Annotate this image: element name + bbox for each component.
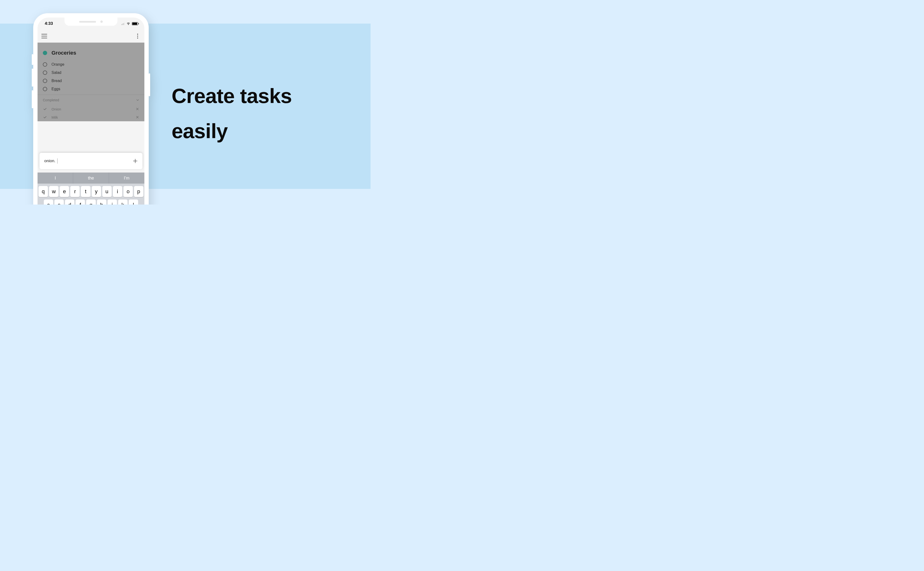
- list-title: Groceries: [51, 50, 76, 56]
- delete-icon[interactable]: [136, 107, 139, 111]
- task-label: Eggs: [51, 87, 60, 91]
- task-row[interactable]: Orange: [37, 60, 144, 69]
- completed-task-row[interactable]: Onion: [37, 105, 144, 113]
- hero-headline: Create tasks easily: [171, 78, 292, 148]
- task-checkbox-icon[interactable]: [43, 87, 47, 91]
- key[interactable]: j: [108, 199, 117, 205]
- task-checkbox-icon[interactable]: [43, 79, 47, 83]
- task-row[interactable]: Eggs: [37, 85, 144, 94]
- key[interactable]: i: [113, 186, 122, 197]
- phone-notch: [65, 18, 117, 26]
- keyboard: I the I'm q w e r t y u i o p a: [37, 173, 144, 205]
- hero-line-2: easily: [171, 113, 292, 148]
- key[interactable]: s: [54, 199, 64, 205]
- completed-section-header[interactable]: Completed: [37, 94, 144, 105]
- task-checkbox-icon[interactable]: [43, 62, 47, 66]
- key[interactable]: f: [76, 199, 85, 205]
- key[interactable]: q: [39, 186, 48, 197]
- new-task-input-card: onion.: [40, 153, 142, 169]
- app-bar: [37, 29, 144, 43]
- key[interactable]: w: [49, 186, 59, 197]
- status-time: 4:33: [45, 21, 53, 26]
- chevron-down-icon: [136, 99, 139, 102]
- battery-icon: [132, 22, 138, 25]
- task-label: Bread: [51, 79, 62, 83]
- task-list-dimmed: Groceries Orange Salad Bread Eggs: [37, 43, 144, 121]
- key[interactable]: g: [86, 199, 96, 205]
- completed-task-label: Milk: [51, 115, 131, 119]
- key[interactable]: t: [81, 186, 90, 197]
- check-icon: [43, 115, 47, 119]
- task-label: Orange: [51, 62, 64, 66]
- key[interactable]: o: [123, 186, 133, 197]
- more-icon[interactable]: [135, 34, 140, 39]
- hero-line-1: Create tasks: [171, 78, 292, 113]
- task-row[interactable]: Salad: [37, 69, 144, 77]
- key[interactable]: l: [129, 199, 138, 205]
- completed-task-label: Onion: [51, 107, 131, 111]
- key[interactable]: h: [97, 199, 106, 205]
- hamburger-icon[interactable]: [42, 34, 47, 38]
- list-color-dot: [43, 51, 47, 55]
- task-label: Salad: [51, 71, 61, 75]
- new-task-input[interactable]: onion.: [44, 159, 56, 164]
- keyboard-suggestion[interactable]: the: [73, 173, 109, 184]
- wifi-icon: [126, 22, 130, 25]
- completed-label: Completed: [43, 98, 59, 102]
- key[interactable]: d: [65, 199, 74, 205]
- key[interactable]: r: [70, 186, 80, 197]
- key[interactable]: y: [92, 186, 101, 197]
- key[interactable]: k: [118, 199, 128, 205]
- phone-mockup: 4:33 Groceries: [33, 13, 149, 205]
- delete-icon[interactable]: [136, 116, 139, 119]
- keyboard-suggestion[interactable]: I'm: [109, 173, 144, 184]
- completed-task-row[interactable]: Milk: [37, 113, 144, 121]
- task-row[interactable]: Bread: [37, 77, 144, 85]
- keyboard-suggestion[interactable]: I: [37, 173, 73, 184]
- key[interactable]: a: [44, 199, 53, 205]
- plus-icon[interactable]: [133, 159, 138, 164]
- key[interactable]: e: [60, 186, 69, 197]
- key[interactable]: p: [134, 186, 143, 197]
- task-checkbox-icon[interactable]: [43, 71, 47, 75]
- check-icon: [43, 107, 47, 111]
- signal-icon: [121, 22, 125, 25]
- key[interactable]: u: [102, 186, 112, 197]
